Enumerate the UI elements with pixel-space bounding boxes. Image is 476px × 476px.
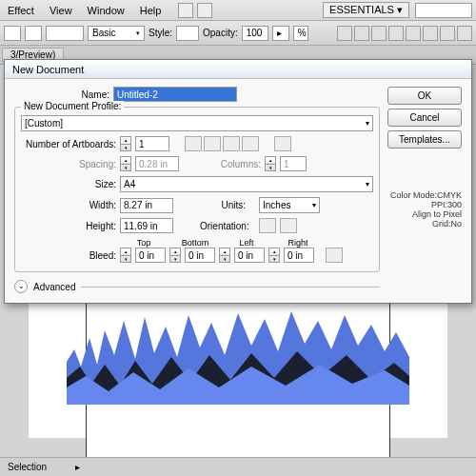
- align-icon-1[interactable]: [337, 26, 352, 41]
- status-tool: Selection: [8, 462, 47, 472]
- bleed-top-spin[interactable]: ▴▾: [120, 248, 131, 263]
- spacing-spinner[interactable]: ▴▾: [120, 156, 131, 171]
- fill-swatch[interactable]: [4, 26, 21, 41]
- bleed-right-spin[interactable]: ▴▾: [268, 248, 280, 263]
- orientation-label: Orientation:: [200, 221, 246, 231]
- search-input[interactable]: [415, 3, 472, 18]
- bleed-right-input[interactable]: 0 in: [284, 248, 314, 263]
- style-label: Style:: [149, 28, 172, 38]
- align-icon-4[interactable]: [388, 26, 404, 41]
- orientation-landscape-icon[interactable]: [280, 218, 297, 233]
- profile-label: New Document Profile:: [21, 101, 124, 111]
- style-select[interactable]: [176, 26, 199, 41]
- stroke-weight[interactable]: [46, 26, 84, 41]
- width-label: Width:: [21, 200, 116, 210]
- new-document-dialog: New Document Name: Untitled-2 New Docume…: [4, 59, 472, 304]
- spacing-label: Spacing:: [21, 159, 116, 169]
- dialog-title: New Document: [5, 60, 471, 79]
- name-label: Name:: [14, 89, 109, 100]
- size-label: Size:: [21, 179, 116, 189]
- bleed-bottom-input[interactable]: 0 in: [185, 248, 215, 263]
- artwork-preview: [67, 309, 409, 405]
- grid-arrange-icons[interactable]: [185, 136, 259, 151]
- opacity-input[interactable]: 100: [242, 26, 268, 41]
- artboards-spinner[interactable]: ▴▾: [120, 136, 131, 151]
- menu-window[interactable]: Window: [80, 5, 132, 16]
- control-bar: Basic▾ Style: Opacity: 100 ▸ %: [0, 21, 476, 46]
- spacing-input[interactable]: 0.28 in: [135, 156, 179, 171]
- align-icon-6[interactable]: [423, 26, 438, 41]
- advanced-toggle[interactable]: ⌄: [14, 280, 28, 293]
- row-order-icon[interactable]: [274, 136, 291, 151]
- dialog-info: Color Mode:CMYK PPI:300 Align to Pixel G…: [387, 190, 462, 228]
- opacity-label: Opacity:: [203, 28, 238, 38]
- bleed-left-input[interactable]: 0 in: [234, 248, 265, 263]
- height-input[interactable]: 11.69 in: [120, 218, 173, 233]
- percent-icon: %: [293, 26, 308, 41]
- bleed-label: Bleed:: [21, 250, 116, 261]
- link-bleed-icon[interactable]: [326, 248, 343, 263]
- status-arrow-icon[interactable]: ▸: [75, 462, 80, 472]
- bleed-top-label: Top: [120, 238, 168, 248]
- cancel-button[interactable]: Cancel: [387, 109, 462, 127]
- bleed-left-label: Left: [223, 238, 270, 248]
- stroke-swatch[interactable]: [25, 26, 42, 41]
- align-icon-2[interactable]: [354, 26, 369, 41]
- orientation-portrait-icon[interactable]: [259, 218, 276, 233]
- name-input[interactable]: Untitled-2: [113, 87, 237, 102]
- columns-label: Columns:: [215, 159, 261, 169]
- menu-help[interactable]: Help: [132, 5, 169, 16]
- artboards-label: Number of Artboards:: [21, 139, 116, 149]
- status-bar: Selection ▸: [0, 457, 476, 476]
- height-label: Height:: [21, 221, 116, 231]
- artboards-input[interactable]: 1: [135, 136, 169, 151]
- align-icon-5[interactable]: [406, 26, 421, 41]
- units-select[interactable]: Inches: [259, 197, 320, 213]
- bleed-top-input[interactable]: 0 in: [135, 248, 166, 263]
- menu-view[interactable]: View: [42, 5, 80, 16]
- size-select[interactable]: A4: [120, 176, 373, 192]
- width-input[interactable]: 8.27 in: [120, 198, 173, 213]
- menu-effect[interactable]: Effect: [0, 5, 42, 16]
- columns-input[interactable]: 1: [280, 156, 307, 171]
- units-label: Units:: [200, 200, 246, 210]
- advanced-label: Advanced: [33, 282, 75, 292]
- bleed-bottom-label: Bottom: [171, 238, 219, 248]
- brush-select[interactable]: Basic▾: [88, 26, 145, 41]
- workspace-switcher[interactable]: ESSENTIALS ▾: [323, 2, 409, 18]
- templates-button[interactable]: Templates...: [387, 130, 462, 149]
- bleed-bottom-spin[interactable]: ▴▾: [169, 248, 181, 263]
- align-icon-3[interactable]: [371, 26, 387, 41]
- layout-icon[interactable]: [178, 3, 193, 18]
- menu-bar: Effect View Window Help ESSENTIALS ▾: [0, 0, 476, 21]
- profile-select[interactable]: [Custom]: [21, 115, 373, 131]
- ok-button[interactable]: OK: [387, 87, 462, 105]
- bleed-right-label: Right: [274, 238, 322, 248]
- columns-spinner[interactable]: ▴▾: [265, 156, 276, 171]
- bleed-left-spin[interactable]: ▴▾: [219, 248, 230, 263]
- opacity-arrow[interactable]: ▸: [272, 26, 289, 41]
- align-icon-7[interactable]: [440, 26, 455, 41]
- doc-icon[interactable]: [197, 3, 212, 18]
- align-icon-8[interactable]: [457, 26, 472, 41]
